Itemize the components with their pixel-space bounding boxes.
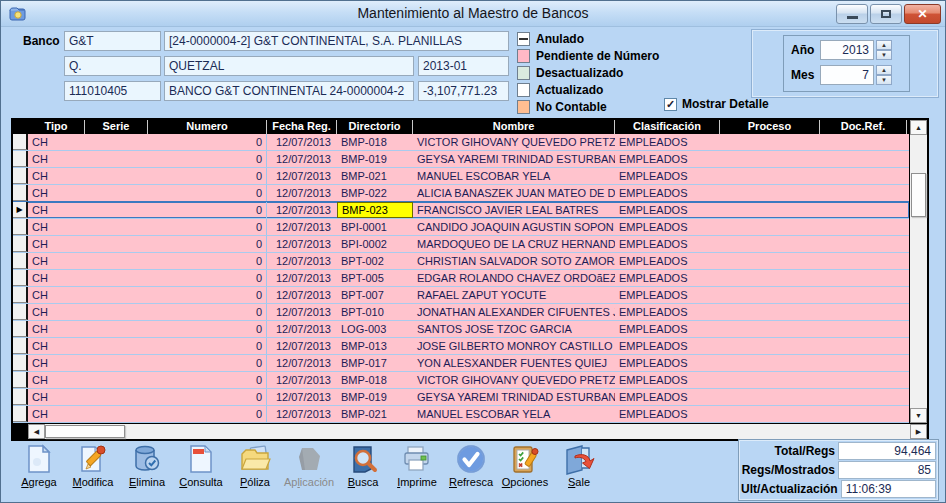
row-selector[interactable] — [13, 389, 28, 405]
busca-button[interactable]: Busca — [337, 443, 389, 488]
toolbar-button-label: Aplicación — [284, 476, 334, 488]
table-row[interactable]: CH 0 12/07/2013 BPT-010 JONATHAN ALEXAND… — [13, 304, 909, 321]
maximize-button[interactable] — [870, 4, 902, 24]
scroll-left-icon[interactable]: ◀ — [28, 424, 45, 439]
vertical-scroll-thumb[interactable] — [911, 173, 926, 217]
opciones-button[interactable]: Opciones — [499, 443, 551, 488]
row-selector[interactable] — [13, 185, 28, 201]
row-selector[interactable] — [13, 321, 28, 337]
column-header-nombre[interactable]: Nombre — [413, 120, 615, 134]
cuenta-nombre-field[interactable]: BANCO G&T CONTINENTAL 24-0000004-2 — [164, 81, 414, 101]
consulta-button[interactable]: Consulta — [175, 443, 227, 488]
anio-spin-down-icon[interactable]: ▼ — [876, 50, 892, 60]
row-selector[interactable]: ▶ — [13, 202, 28, 218]
legend-item-desactualizado: Desactualizado — [517, 64, 659, 81]
table-row[interactable]: CH 0 12/07/2013 BMP-019 GEYSA YAREMI TRI… — [13, 151, 909, 168]
saldo-field[interactable]: -3,107,771.23 — [418, 81, 509, 101]
column-header-proceso[interactable]: Proceso — [720, 120, 820, 134]
stats-label: Regs/Mostrados — [741, 463, 838, 477]
legend-color-swatch — [517, 83, 530, 97]
row-selector[interactable] — [13, 406, 28, 422]
row-selector[interactable] — [13, 168, 28, 184]
legend-item-pendiente-de-n-mero: Pendiente de Número — [517, 47, 659, 64]
banco-nombre-field[interactable]: [24-0000004-2] G&T CONTINENTAL, S.A. PLA… — [164, 31, 509, 51]
close-button[interactable]: ✕ — [904, 4, 941, 24]
toolbar-button-label: Elimina — [129, 476, 165, 488]
elimina-button[interactable]: Elimina — [121, 443, 173, 488]
banco-codigo-field[interactable]: G&T — [64, 31, 161, 51]
printer-icon — [401, 443, 433, 475]
row-selector[interactable] — [13, 355, 28, 371]
column-header-tipo[interactable]: Tipo — [28, 120, 85, 134]
toolbar-button-label: Póliza — [240, 476, 270, 488]
mostrar-detalle: ✓ Mostrar Detalle — [664, 97, 769, 111]
table-row[interactable]: CH 0 12/07/2013 BMP-022 ALICIA BANASZEK … — [13, 185, 909, 202]
refresca-button[interactable]: Refresca — [445, 443, 497, 488]
row-selector[interactable] — [13, 151, 28, 167]
column-header-clasificaci-n[interactable]: Clasificación — [615, 120, 720, 134]
column-header-serie[interactable]: Serie — [85, 120, 148, 134]
row-selector[interactable] — [13, 270, 28, 286]
table-row[interactable]: CH 0 12/07/2013 BPI-0002 MARDOQUEO DE LA… — [13, 236, 909, 253]
scroll-down-icon[interactable]: ▼ — [910, 408, 927, 423]
horizontal-scroll-thumb[interactable] — [45, 425, 125, 438]
horizontal-scroll-track[interactable] — [125, 424, 910, 439]
table-row[interactable]: ▶ CH 0 12/07/2013 BMP-023 FRANCISCO JAVI… — [13, 202, 909, 219]
sale-button[interactable]: Sale — [553, 443, 605, 488]
column-header-numero[interactable]: Numero — [148, 120, 267, 134]
table-row[interactable]: CH 0 12/07/2013 BPT-005 EDGAR ROLANDO CH… — [13, 270, 909, 287]
stats-value: 94,464 — [838, 442, 936, 460]
mostrar-detalle-checkbox[interactable]: ✓ — [664, 98, 677, 111]
column-header-directorio[interactable]: Directorio — [337, 120, 413, 134]
table-row[interactable]: CH 0 12/07/2013 LOG-003 SANTOS JOSE TZOC… — [13, 321, 909, 338]
exit-icon — [563, 443, 595, 475]
table-row[interactable]: CH 0 12/07/2013 BPT-007 RAFAEL ZAPUT YOC… — [13, 287, 909, 304]
table-row[interactable]: CH 0 12/07/2013 BMP-018 VICTOR GIHOVANY … — [13, 372, 909, 389]
row-selector[interactable] — [13, 287, 28, 303]
horizontal-scrollbar[interactable]: ◀ ▶ — [13, 423, 927, 439]
periodo-field[interactable]: 2013-01 — [418, 56, 509, 76]
table-row[interactable]: CH 0 12/07/2013 BMP-021 MANUEL ESCOBAR Y… — [13, 406, 909, 423]
legend-label: No Contable — [536, 100, 607, 114]
anio-spin-up-icon[interactable]: ▲ — [876, 40, 892, 50]
modifica-button[interactable]: Modifica — [67, 443, 119, 488]
table-row[interactable]: CH 0 12/07/2013 BPI-0001 CANDIDO JOAQUIN… — [13, 219, 909, 236]
row-selector[interactable] — [13, 372, 28, 388]
mes-input[interactable]: 7 — [820, 65, 874, 85]
aplicaci-n-button: Aplicación — [283, 443, 335, 488]
toolbar-button-label: Modifica — [73, 476, 114, 488]
column-header-fecha-reg[interactable]: Fecha Reg. — [267, 120, 337, 134]
stats-value: 11:06:39 — [841, 480, 936, 498]
column-header-doc-ref[interactable]: Doc.Ref. — [820, 120, 907, 134]
row-selector[interactable] — [13, 236, 28, 252]
table-row[interactable]: CH 0 12/07/2013 BMP-018 VICTOR GIHOVANY … — [13, 134, 909, 151]
row-selector[interactable] — [13, 304, 28, 320]
mes-spin-up-icon[interactable]: ▲ — [876, 65, 892, 75]
table-row[interactable]: CH 0 12/07/2013 BMP-021 MANUEL ESCOBAR Y… — [13, 168, 909, 185]
scroll-up-icon[interactable]: ▲ — [910, 120, 927, 135]
anio-input[interactable]: 2013 — [820, 40, 874, 60]
moneda-nombre-field[interactable]: QUETZAL — [164, 56, 414, 76]
table-row[interactable]: CH 0 12/07/2013 BMP-017 YON ALESXANDER F… — [13, 355, 909, 372]
directorio-edit-cell[interactable]: BMP-023 — [337, 202, 413, 218]
scrollbar-corner — [13, 424, 28, 439]
minimize-button[interactable] — [836, 4, 868, 24]
row-selector[interactable] — [13, 219, 28, 235]
mes-spin-down-icon[interactable]: ▼ — [876, 75, 892, 85]
agrega-button[interactable]: Agrega — [13, 443, 65, 488]
window-title: Mantenimiento al Maestro de Bancos — [1, 5, 945, 21]
p-liza-button[interactable]: Póliza — [229, 443, 281, 488]
imprime-button[interactable]: Imprime — [391, 443, 443, 488]
table-row[interactable]: CH 0 12/07/2013 BMP-019 GEYSA YAREMI TRI… — [13, 389, 909, 406]
row-selector[interactable] — [13, 338, 28, 354]
cuenta-numero-field[interactable]: 111010405 — [64, 81, 161, 101]
legend-label: Actualizado — [536, 83, 603, 97]
row-selector[interactable] — [13, 134, 28, 150]
app-window: Mantenimiento al Maestro de Bancos ✕ Ban… — [0, 0, 946, 503]
vertical-scrollbar[interactable]: ▲ ▼ — [909, 120, 927, 423]
scroll-right-icon[interactable]: ▶ — [910, 424, 927, 439]
moneda-codigo-field[interactable]: Q. — [64, 56, 161, 76]
table-row[interactable]: CH 0 12/07/2013 BPT-002 CHRISTIAN SALVAD… — [13, 253, 909, 270]
row-selector[interactable] — [13, 253, 28, 269]
table-row[interactable]: CH 0 12/07/2013 BMP-013 JOSE GILBERTO MO… — [13, 338, 909, 355]
